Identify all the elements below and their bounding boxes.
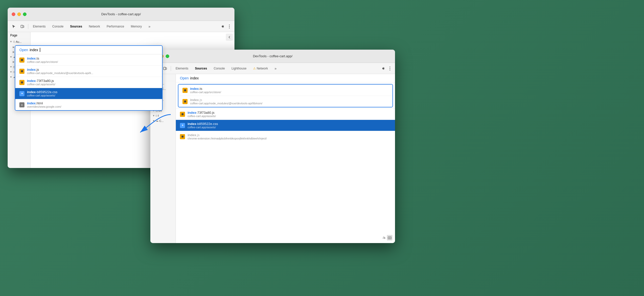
title-bar-2: DevTools - coffee-cart.app/ [150,50,395,63]
file-item-index-html-1[interactable]: ≡ index.html overrides/www.google.com/ [15,99,162,110]
search-input-area-1: Open index [15,46,162,54]
file-name-1a: index.ts [27,57,158,60]
file-path-1b: coffee-cart.app/node_modules/@vue/devtoo… [27,72,158,75]
open-file-dialog-1: Open index ⬛ index.ts coffee-cart.app/sr… [15,45,163,111]
separator-1 [28,24,28,29]
file-item-index-js-2[interactable]: ⬛ index.js coffee-cart.app/node_modules/… [178,96,392,107]
search-input-area-2: Open index [176,74,395,82]
svg-point-11 [389,237,390,238]
file-item-index-css-2[interactable]: ✦ index-b859522e.css coffee-cart.app/ass… [176,120,395,131]
tab-more-1[interactable]: » [145,23,153,30]
tab-console-2[interactable]: Console [211,65,228,72]
svg-rect-10 [388,237,391,239]
tab-network-2[interactable]: ⚠Network [250,65,271,72]
file-name-2e: index.js [188,133,391,137]
file-info-index-73f-2: index-73f73a80.js coffee-cart.app/assets… [188,111,391,118]
tree-item-2g[interactable]: ▼ □ t [150,113,176,118]
tab-sources-2[interactable]: Sources [192,65,210,72]
svg-rect-0 [21,25,23,28]
shortcut-label-2: /a [383,236,385,239]
file-item-index-ts-1[interactable]: ⬛ index.ts coffee-cart.app/src/store/ [15,54,162,65]
file-path-2a: coffee-cart.app/src/store/ [190,91,388,94]
file-icon-73f-2: ⬛ [180,112,185,117]
maximize-button-1[interactable] [23,12,27,16]
file-info-index-js-2: index.js coffee-cart.app/node_modules/@v… [190,98,388,105]
file-icon-ts-1: ⬛ [19,58,24,63]
file-name-2b: index.js [190,98,388,102]
tree-item-2h[interactable]: ▼ ☁ C... [150,118,176,123]
svg-point-8 [390,68,390,69]
file-path-2c: coffee-cart.app/assets/ [188,115,391,118]
file-icon-ts-2: ⬛ [182,88,188,93]
file-info-index-css-2: index-b859522e.css coffee-cart.app/asset… [188,122,391,129]
file-icon-css-1: ✦ [19,91,24,96]
screenshot-icon-2[interactable] [387,235,392,241]
tab-lighthouse-2[interactable]: Lighthouse [228,65,249,72]
file-item-index-73f-2[interactable]: ⬛ index-73f73a80.js coffee-cart.app/asse… [176,108,395,120]
svg-point-2 [229,24,230,25]
tab-network-1[interactable]: Network [86,23,103,30]
file-icon-73f-1: ⬛ [19,80,24,85]
highlighted-file-box: ⬛ index.ts coffee-cart.app/src/store/ ⬛ … [178,84,393,107]
tab-more-2[interactable]: » [271,65,280,72]
tab-performance-1[interactable]: Performance [103,23,127,30]
cursor-1 [40,48,40,52]
file-item-index-js-1[interactable]: ⬛ index.js coffee-cart.app/node_modules/… [15,65,162,77]
file-name-1d: index-b859522e.css [27,90,158,94]
toolbar-2: Elements Sources Console Lighthouse ⚠Net… [150,63,395,74]
svg-point-9 [390,69,390,70]
separator-2 [171,66,171,71]
file-name-1b: index.js [27,68,158,72]
tree-item-1a[interactable]: ▼ ◇ Au... [8,39,30,44]
cursor-icon[interactable] [10,22,18,31]
file-icon-js-3: ⬛ [180,134,185,139]
file-info-index-js-1: index.js coffee-cart.app/node_modules/@v… [27,68,158,75]
settings-button-2[interactable] [379,65,386,72]
close-button-1[interactable] [12,12,15,16]
file-path-1d: coffee-cart.app/assets/ [27,94,158,97]
svg-rect-5 [164,67,166,70]
window-title-2: DevTools - coffee-cart.app/ [253,54,292,58]
file-icon-js-2: ⬛ [182,99,188,104]
page-tab-label-1[interactable]: Page [8,32,30,39]
main-panel-2: Open index ⬛ index.ts coffee-cart.app/sr… [176,74,395,243]
panel-controls-1 [31,32,234,42]
query-text-2[interactable]: index [190,76,199,80]
open-label-1: Open [19,48,28,52]
svg-point-7 [390,66,390,67]
file-info-index-css-1: index-b859522e.css coffee-cart.app/asset… [27,90,158,97]
file-info-index-ts-2: index.ts coffee-cart.app/src/store/ [190,87,388,94]
file-info-index-ts-1: index.ts coffee-cart.app/src/store/ [27,57,158,63]
file-info-index-js-3: index.js chrome-extension://eimadpbcbfnm… [188,133,391,140]
query-text-1[interactable]: index [30,48,38,52]
tab-console-1[interactable]: Console [49,23,67,30]
more-menu-button-2[interactable] [387,65,393,72]
maximize-button-2[interactable] [166,54,169,58]
collapse-panel-button-1[interactable] [226,34,233,41]
device-icon[interactable] [18,22,27,31]
file-item-index-js-3[interactable]: ⬛ index.js chrome-extension://eimadpbcbf… [176,131,395,142]
settings-button-1[interactable] [219,23,226,30]
toolbar-1: Elements Console Sources Network Perform… [8,21,234,32]
tab-memory-1[interactable]: Memory [128,23,145,30]
open-label-2: Open [180,76,189,80]
tab-sources-1[interactable]: Sources [67,23,85,30]
minimize-button-1[interactable] [17,12,21,16]
file-item-index-73f-1[interactable]: ⬛ index-73f73a80.js coffee-cart.app/asse… [15,77,162,88]
title-bar-1: DevTools - coffee-cart.app/ [8,8,234,21]
file-item-index-css-1[interactable]: ✦ index-b859522e.css coffee-cart.app/ass… [15,88,162,99]
tab-elements-2[interactable]: Elements [173,65,191,72]
more-menu-button-1[interactable] [226,23,232,30]
svg-rect-1 [23,26,24,27]
bottom-controls-2: /a [383,235,392,241]
file-item-index-ts-2[interactable]: ⬛ index.ts coffee-cart.app/src/store/ [178,84,392,96]
file-path-2e: chrome-extension://eimadpbcbfnmbkopoojfe… [188,137,391,140]
file-path-1c: coffee-cart.app/assets/ [27,83,158,86]
window-title-1: DevTools - coffee-cart.app/ [101,12,141,16]
file-info-index-html-1: index.html overrides/www.google.com/ [27,101,158,108]
tab-elements-1[interactable]: Elements [30,23,49,30]
file-icon-js-1: ⬛ [19,69,24,74]
warning-icon-2: ⚠ [253,67,256,70]
file-name-2d: index-b859522e.css [188,122,391,126]
file-name-2c: index-73f73a80.js [188,111,391,115]
